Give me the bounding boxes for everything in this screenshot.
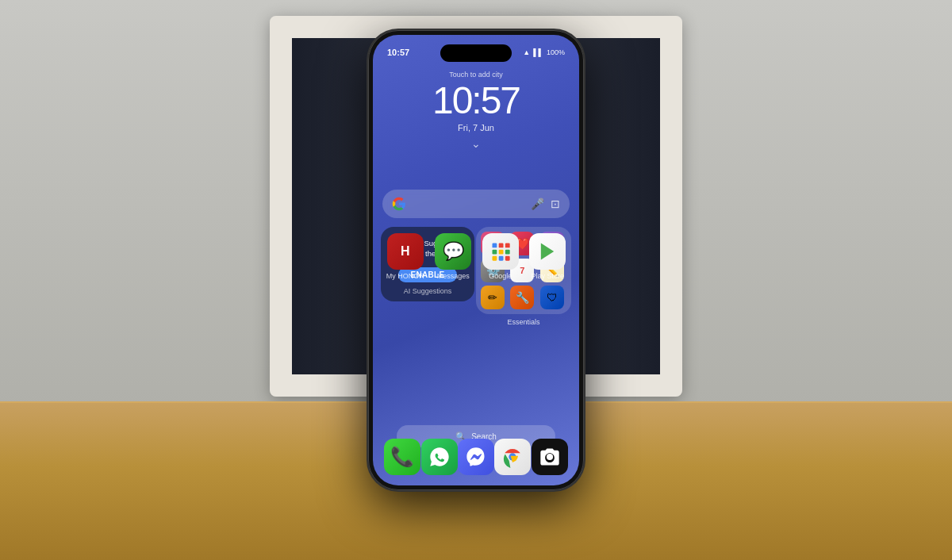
status-time: 10:57 [387,48,409,57]
dock-camera[interactable] [532,439,568,475]
signal-icon: ▌▌ [533,48,543,56]
clock-time: 10:57 [373,82,579,120]
svg-rect-4 [505,244,510,248]
dock-messenger[interactable] [458,439,494,475]
battery-icon: 100% [547,48,565,56]
honor-icon: H [387,233,424,270]
honor-label: My HONOR [386,272,424,280]
dock-whatsapp[interactable] [421,439,458,475]
folder-app-5: 🔧 [510,286,534,309]
svg-rect-2 [492,250,497,255]
clock-widget: Touch to add city 10:57 Fri, 7 Jun ⌄ [373,71,579,150]
app-google[interactable]: Google [482,233,519,280]
dock-phone[interactable]: 📞 [384,439,420,475]
folder-app-6: 🛡 [540,286,564,309]
svg-rect-5 [505,250,510,255]
scene: 10:57 ▲ ▌▌ 100% Touch to add city 10:57 … [0,0,952,560]
phone: 10:57 ▲ ▌▌ 100% Touch to add city 10:57 … [368,30,584,490]
phone-screen: 10:57 ▲ ▌▌ 100% Touch to add city 10:57 … [373,35,579,485]
clock-date: Fri, 7 Jun [373,123,579,132]
svg-rect-7 [498,256,503,261]
svg-rect-1 [498,244,503,248]
dynamic-island [440,44,512,62]
folder-app-4: ✏ [481,286,505,309]
wifi-icon: ▲ [523,48,530,56]
messages-icon: 💬 [435,233,471,270]
svg-marker-9 [541,244,554,260]
svg-rect-8 [505,256,510,261]
play-store-icon [529,233,566,270]
essentials-label: Essentials [476,318,571,326]
bottom-apps-row: H My HONOR 💬 Messages [381,233,571,280]
app-my-honor[interactable]: H My HONOR [386,233,424,280]
svg-point-11 [547,454,553,460]
messages-label: Messages [437,272,470,280]
svg-rect-3 [498,250,503,255]
svg-rect-0 [492,244,497,248]
google-icon [482,233,519,270]
app-messages[interactable]: 💬 Messages [435,233,471,280]
play-store-label: Play Store [531,272,564,280]
search-bar[interactable]: 🎤 ⊡ [382,190,570,218]
clock-expand-icon: ⌄ [373,137,579,150]
status-icons: ▲ ▌▌ 100% [523,48,565,56]
dock: 📞 [384,435,568,479]
ai-suggestions-label: AI Suggestions [404,287,452,295]
google-label: Google [489,272,512,280]
search-mic-icon[interactable]: 🎤 [531,198,544,210]
dock-chrome[interactable] [494,439,531,475]
add-city-text[interactable]: Touch to add city [373,71,579,79]
svg-rect-6 [492,256,497,261]
search-lens-icon[interactable]: ⊡ [551,198,560,210]
app-play-store[interactable]: Play Store [529,233,566,280]
google-logo [392,197,406,211]
